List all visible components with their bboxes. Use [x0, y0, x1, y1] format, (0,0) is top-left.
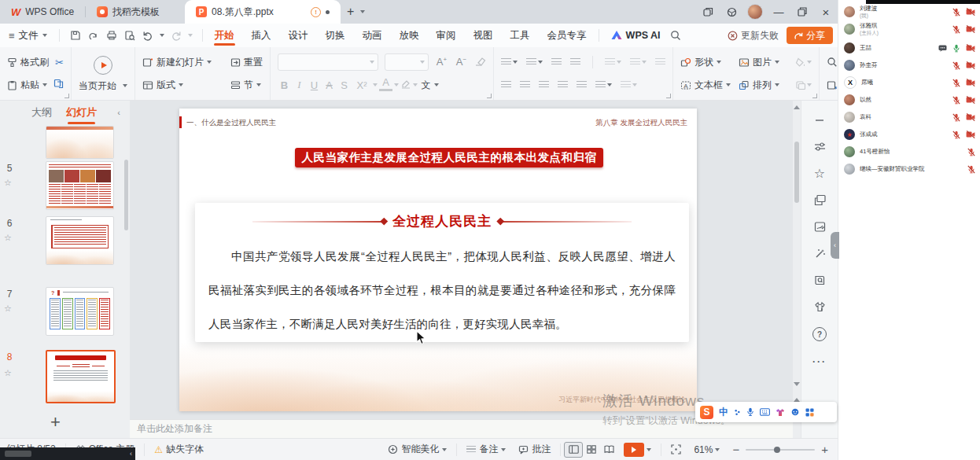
slide-pane-icon[interactable]	[813, 193, 827, 207]
section-button[interactable]: 节	[230, 79, 261, 92]
print-preview-icon[interactable]	[123, 29, 136, 42]
scroll-down-icon[interactable]	[794, 382, 800, 386]
increase-font-button[interactable]: A+	[435, 56, 448, 68]
camera-off-icon[interactable]	[966, 96, 975, 104]
output-icon[interactable]	[87, 29, 100, 42]
mic-muted-icon[interactable]	[952, 25, 960, 34]
dialog-launcher-icon[interactable]	[666, 94, 671, 98]
menu-item-transition[interactable]: 切换	[317, 24, 354, 47]
mic-muted-icon[interactable]	[952, 113, 960, 122]
tab-slides[interactable]: 幻灯片	[66, 105, 97, 120]
smart-beautify-button[interactable]: 智能美化	[381, 443, 453, 456]
align-right-icon[interactable]	[539, 81, 549, 90]
window-layout-icon[interactable]	[696, 0, 720, 24]
camera-off-icon[interactable]	[966, 79, 975, 86]
share-button[interactable]: 分享	[787, 27, 833, 44]
align-left-icon[interactable]	[501, 81, 511, 90]
participant-row[interactable]: 以然	[844, 91, 975, 109]
pinyin-button[interactable]: 文	[419, 79, 433, 92]
camera-off-icon[interactable]	[966, 8, 975, 16]
thumbnail-scrollbar[interactable]	[124, 160, 128, 230]
textbox-button[interactable]: A 文本框	[680, 79, 732, 92]
file-menu[interactable]: ≡ 文件	[0, 24, 56, 47]
properties-icon[interactable]	[813, 140, 827, 153]
slide-thumbnail-6[interactable]	[46, 216, 114, 265]
font-size-combo[interactable]	[385, 53, 429, 71]
participant-row[interactable]: 孙圭芬	[844, 57, 975, 74]
undo-chevron-icon[interactable]	[160, 34, 164, 37]
star-icon[interactable]: ☆	[4, 304, 12, 314]
undo-icon[interactable]	[142, 29, 154, 42]
design-pane-icon[interactable]	[813, 220, 827, 234]
tab-docer-template[interactable]: 找稻壳模板	[86, 0, 171, 24]
service-icon[interactable]	[790, 408, 800, 417]
magic-wand-icon[interactable]	[813, 247, 827, 260]
restore-button[interactable]	[790, 0, 814, 24]
mic-input-icon[interactable]	[746, 407, 754, 417]
zoom-level[interactable]: 61%	[687, 444, 726, 455]
tab-list-chevron-icon[interactable]	[360, 10, 365, 13]
panel-collapse-handle[interactable]: ‹	[831, 232, 839, 259]
participant-row[interactable]: 王喆	[844, 39, 975, 57]
slide-sorter-view-button[interactable]	[583, 443, 600, 457]
collapse-pane-icon[interactable]	[813, 113, 827, 127]
keyboard-icon[interactable]	[760, 408, 770, 416]
shapes-button[interactable]: 形状	[680, 56, 732, 69]
toolbox-grid-icon[interactable]	[805, 408, 814, 417]
normal-view-button[interactable]	[564, 442, 583, 458]
participant-row[interactable]: ★ 张成成	[844, 126, 975, 143]
justify-icon[interactable]	[558, 81, 568, 90]
copy-icon[interactable]	[53, 79, 64, 91]
canvas-scrollbar[interactable]	[793, 101, 801, 438]
bullets-button[interactable]	[501, 58, 518, 67]
camera-off-icon[interactable]	[966, 61, 975, 69]
mic-muted-icon[interactable]	[952, 96, 960, 105]
arrange-button[interactable]: 排列	[739, 79, 789, 92]
collapse-panel-icon[interactable]: ‹	[117, 108, 120, 117]
participant-row[interactable]: 袁科	[844, 109, 975, 126]
play-icon[interactable]	[624, 443, 644, 457]
star-icon[interactable]: ☆	[4, 178, 12, 188]
participant-row[interactable]: X 席曦	[844, 74, 975, 91]
zoom-out-button[interactable]: −	[732, 443, 739, 456]
play-from-current-icon[interactable]	[94, 56, 112, 75]
help-icon[interactable]: ?	[812, 327, 827, 341]
underline-button[interactable]: U	[308, 79, 321, 91]
decrease-font-button[interactable]: A−	[455, 56, 468, 68]
reference-pane-icon[interactable]	[813, 274, 827, 287]
slideshow-play-button[interactable]	[617, 443, 658, 457]
tab-outline[interactable]: 大纲	[31, 105, 52, 120]
increase-indent-icon[interactable]	[570, 58, 580, 67]
star-icon[interactable]: ☆	[4, 233, 12, 243]
picture-button[interactable]: 图片	[739, 56, 789, 69]
mic-on-icon[interactable]	[952, 44, 960, 53]
mic-muted-icon[interactable]	[967, 148, 975, 156]
search-icon[interactable]	[669, 29, 682, 42]
comments-button[interactable]: 批注	[512, 443, 557, 456]
workspace-cube-icon[interactable]	[720, 0, 743, 24]
scrollbar-thumb[interactable]	[794, 142, 799, 203]
distribute-icon[interactable]	[577, 81, 587, 90]
mic-muted-icon[interactable]	[952, 8, 960, 17]
chinese-mode-icon[interactable]: 中	[719, 406, 728, 419]
wps-ai-button[interactable]: WPS AI	[602, 24, 669, 47]
camera-off-icon[interactable]	[966, 25, 975, 33]
chat-bubble-icon[interactable]	[938, 45, 947, 52]
menu-item-member[interactable]: 会员专享	[539, 24, 595, 47]
skin-icon[interactable]	[776, 408, 785, 417]
participant-row[interactable]: 张雅琪(主持人)	[844, 20, 975, 38]
participant-row[interactable]: 41号橙新怡	[844, 143, 975, 160]
bold-button[interactable]: B	[278, 79, 291, 91]
slide-title-banner[interactable]: 人民当家作主是发展全过程人民民主的根本出发点和归宿	[295, 148, 603, 167]
numbering-button[interactable]	[526, 58, 543, 67]
new-slide-button[interactable]: 新建幻灯片	[142, 56, 224, 69]
menu-item-insert[interactable]: 插入	[243, 24, 280, 47]
slide-editor[interactable]: 一、什么是全过程人民民主 第八章 发展全过程人民民主 人民当家作主是发展全过程人…	[179, 109, 697, 411]
cut-icon[interactable]: ✂	[55, 57, 64, 68]
strikethrough-button[interactable]: A	[322, 79, 336, 91]
menu-item-review[interactable]: 审阅	[428, 24, 465, 47]
mic-muted-icon[interactable]	[952, 131, 960, 139]
star-pane-icon[interactable]: ☆	[813, 167, 827, 180]
slide-content-card[interactable]: 全过程人民民主 中国共产党领导人民发展“全过程人民民主”，把体现人民利益、反映人…	[195, 203, 689, 342]
slide-thumbnail-7[interactable]: ?	[46, 287, 114, 336]
